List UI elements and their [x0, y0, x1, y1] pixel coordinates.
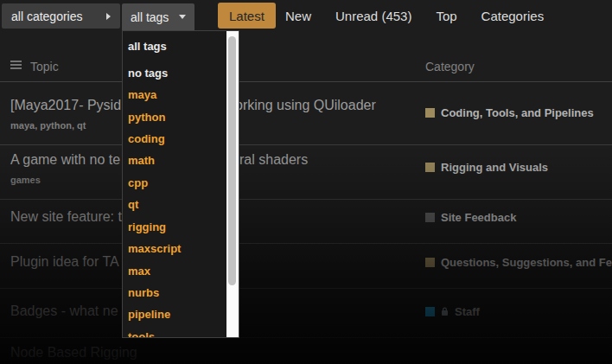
category-name: Rigging and Visuals — [441, 161, 548, 174]
nav-links: New Unread (453) Top Categories — [285, 3, 544, 29]
tag-option-no-tags[interactable]: no tags — [128, 61, 239, 83]
tags-dropdown-menu: all tags no tags maya python coding math… — [122, 30, 239, 338]
category-name: Staff — [455, 305, 480, 318]
category-cell[interactable]: Site Feedback — [425, 211, 612, 224]
topic-title-left[interactable]: Plugin idea for TA — [10, 254, 119, 270]
dropdown-scrollbar-thumb[interactable] — [228, 36, 236, 285]
nav-tab-top[interactable]: Top — [436, 9, 456, 23]
chevron-right-icon — [106, 13, 111, 20]
topic-tags[interactable]: maya, python, qt — [10, 120, 86, 131]
topic-title-right[interactable]: ral shaders — [239, 152, 308, 168]
category-cell[interactable]: Coding, Tools, and Pipelines — [425, 106, 612, 119]
category-badge — [425, 213, 435, 222]
category-cell[interactable]: Questions, Suggestions, and Feedb — [425, 256, 612, 269]
list-bars-icon — [10, 61, 22, 62]
category-cell[interactable]: Rigging and Visuals — [425, 161, 612, 174]
category-name: Coding, Tools, and Pipelines — [441, 106, 594, 119]
category-name: Questions, Suggestions, and Feedb — [441, 256, 612, 269]
tag-option[interactable]: rigging — [128, 216, 239, 238]
row-divider — [0, 144, 612, 145]
nav-tab-unread[interactable]: Unread (453) — [335, 9, 411, 23]
category-column-header: Category — [425, 60, 475, 73]
topic-title-right[interactable]: orking using QUiloader — [235, 98, 376, 113]
category-name: Site Feedback — [441, 211, 516, 224]
category-badge — [425, 163, 435, 172]
all-tags-label: all tags — [131, 10, 169, 24]
row-divider — [0, 337, 612, 338]
lock-icon — [441, 307, 449, 316]
all-categories-dropdown-button[interactable]: all categories — [2, 3, 120, 29]
nav-tab-latest-label: Latest — [229, 9, 265, 23]
tag-option[interactable]: qt — [128, 194, 239, 215]
topic-title-left[interactable]: Badges - what ne — [10, 303, 118, 319]
header-divider — [0, 81, 612, 82]
tag-option[interactable]: cpp — [128, 172, 239, 194]
row-divider — [0, 288, 612, 289]
tag-option-all-tags[interactable]: all tags — [128, 35, 239, 57]
topic-title-left[interactable]: Node Based Rigging — [10, 345, 137, 361]
category-badge — [425, 258, 435, 267]
category-cell[interactable]: Staff — [425, 305, 612, 318]
tag-option[interactable]: coding — [128, 128, 239, 150]
tag-option[interactable]: tools — [128, 326, 239, 338]
tag-option[interactable]: maya — [128, 84, 239, 105]
category-badge — [425, 108, 435, 118]
all-tags-dropdown-button[interactable]: all tags — [122, 3, 194, 30]
tag-option[interactable]: maxscript — [128, 238, 239, 259]
topic-title-left[interactable]: A game with no te — [10, 152, 120, 168]
tag-option[interactable]: max — [128, 259, 239, 281]
topic-title-left[interactable]: [Maya2017- Pysid — [10, 98, 121, 113]
tags-dropdown-list: all tags no tags maya python coding math… — [123, 31, 239, 338]
row-divider — [0, 199, 612, 200]
topic-title-left[interactable]: New site feature: t — [10, 209, 122, 225]
topic-column-header: Topic — [30, 60, 59, 73]
category-badge — [425, 307, 435, 316]
tag-option[interactable]: pipeline — [128, 303, 239, 325]
nav-tab-latest[interactable]: Latest — [218, 3, 276, 29]
nav-tab-new[interactable]: New — [285, 9, 311, 23]
dropdown-scrollbar-track[interactable] — [226, 31, 239, 337]
tag-option[interactable]: python — [128, 105, 239, 127]
row-divider — [0, 243, 612, 244]
nav-tab-categories[interactable]: Categories — [481, 9, 545, 23]
all-categories-label: all categories — [11, 10, 83, 23]
topic-tags[interactable]: games — [10, 175, 41, 185]
forum-topic-list-screen: all categories all tags Latest New Unrea… — [0, 0, 612, 364]
tag-option[interactable]: nurbs — [128, 282, 239, 303]
chevron-down-icon — [179, 15, 186, 19]
tag-option[interactable]: math — [128, 150, 239, 171]
